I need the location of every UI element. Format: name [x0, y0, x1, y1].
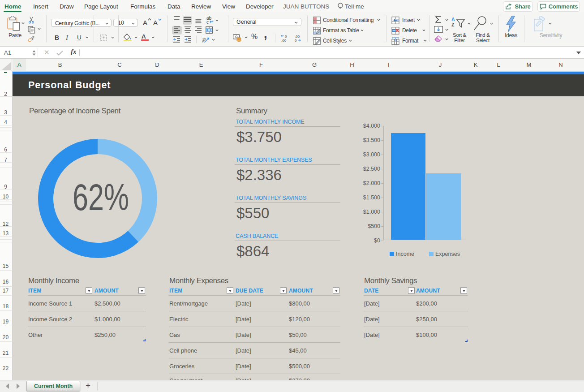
svg-text:0: 0	[285, 34, 287, 39]
svg-text:.00: .00	[295, 34, 300, 39]
svg-text:.00: .00	[281, 39, 287, 42]
svg-text:0: 0	[295, 39, 297, 42]
svg-text:c: c	[206, 20, 209, 24]
